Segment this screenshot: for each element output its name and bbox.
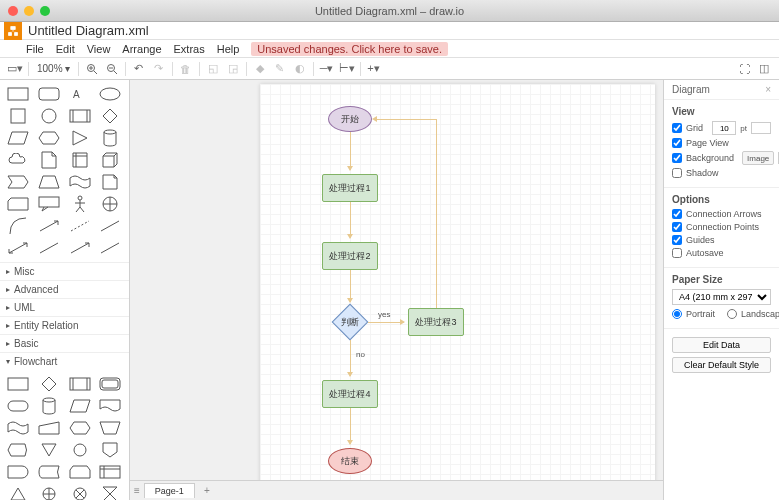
shape-curve[interactable] [4, 216, 32, 236]
shape-or[interactable] [96, 194, 124, 214]
category-misc[interactable]: Misc [0, 262, 129, 280]
clear-style-button[interactable]: Clear Default Style [672, 357, 771, 373]
panel-close-icon[interactable]: × [765, 84, 771, 95]
shape-diamond[interactable] [96, 106, 124, 126]
shape-trapezoid[interactable] [35, 172, 63, 192]
document-title[interactable]: Untitled Diagram.xml [28, 23, 149, 38]
shape-line-thin[interactable] [96, 216, 124, 236]
fc-manual-input[interactable] [35, 418, 63, 438]
shape-text[interactable]: A [66, 84, 94, 104]
edge-decision-p4[interactable] [350, 340, 351, 376]
node-p2[interactable]: 处理过程2 [322, 242, 378, 270]
waypoint-button[interactable]: ⊢▾ [338, 60, 356, 78]
to-front-button[interactable]: ◱ [204, 60, 222, 78]
fc-display[interactable] [4, 440, 32, 460]
fc-offpage[interactable] [96, 440, 124, 460]
fc-start[interactable] [96, 374, 124, 394]
fc-collate[interactable] [96, 484, 124, 500]
fc-decision[interactable] [35, 374, 63, 394]
menu-extras[interactable]: Extras [174, 43, 205, 55]
shape-rect[interactable] [4, 84, 32, 104]
shape-triangle[interactable] [66, 128, 94, 148]
line-color-button[interactable]: ✎ [271, 60, 289, 78]
menu-view[interactable]: View [87, 43, 111, 55]
fc-connector[interactable] [66, 440, 94, 460]
grid-color-swatch[interactable] [751, 122, 771, 134]
fc-extract[interactable] [4, 484, 32, 500]
shape-callout[interactable] [35, 194, 63, 214]
background-image-button[interactable]: Image [742, 151, 774, 165]
node-p4[interactable]: 处理过程4 [322, 380, 378, 408]
canvas[interactable]: 开始 处理过程1 处理过程2 判断 处理过程3 处理过程4 结束 yes no [130, 80, 663, 500]
shape-tape[interactable] [66, 172, 94, 192]
edge-start-p1[interactable] [350, 132, 351, 170]
fc-or[interactable] [35, 484, 63, 500]
category-entity[interactable]: Entity Relation [0, 316, 129, 334]
background-checkbox[interactable] [672, 153, 682, 163]
guides-checkbox[interactable] [672, 235, 682, 245]
fc-delay[interactable] [4, 462, 32, 482]
app-logo[interactable] [4, 22, 22, 40]
add-page-button[interactable]: + [199, 485, 215, 496]
fc-process[interactable] [4, 374, 32, 394]
insert-button[interactable]: +▾ [365, 60, 383, 78]
node-p1[interactable]: 处理过程1 [322, 174, 378, 202]
delete-button[interactable]: 🗑 [177, 60, 195, 78]
points-checkbox[interactable] [672, 222, 682, 232]
shape-document[interactable] [35, 150, 63, 170]
zoom-control[interactable]: 100%▾ [33, 63, 74, 74]
shape-process[interactable] [66, 106, 94, 126]
fc-loop-limit[interactable] [66, 462, 94, 482]
autosave-checkbox[interactable] [672, 248, 682, 258]
fc-subprocess[interactable] [66, 374, 94, 394]
node-end[interactable]: 结束 [328, 448, 372, 474]
shape-cylinder[interactable] [96, 128, 124, 148]
pageview-checkbox[interactable] [672, 138, 682, 148]
grid-size-input[interactable] [712, 121, 736, 135]
node-decision[interactable]: 判断 [332, 304, 368, 340]
shape-line-plain[interactable] [96, 238, 124, 258]
paper[interactable]: 开始 处理过程1 处理过程2 判断 处理过程3 处理过程4 结束 yes no [260, 84, 655, 494]
edge-p3-loop-v[interactable] [436, 119, 437, 308]
format-panel-button[interactable]: ◫ [755, 60, 773, 78]
shape-rounded-rect[interactable] [35, 84, 63, 104]
fc-merge[interactable] [35, 440, 63, 460]
shape-hexagon[interactable] [35, 128, 63, 148]
fc-internal[interactable] [96, 462, 124, 482]
shape-actor[interactable] [66, 194, 94, 214]
menu-file[interactable]: File [26, 43, 44, 55]
menu-help[interactable]: Help [217, 43, 240, 55]
shape-circle[interactable] [35, 106, 63, 126]
category-advanced[interactable]: Advanced [0, 280, 129, 298]
category-basic[interactable]: Basic [0, 334, 129, 352]
shape-internal-storage[interactable] [66, 150, 94, 170]
page-tab-1[interactable]: Page-1 [144, 483, 195, 498]
landscape-radio[interactable] [727, 309, 737, 319]
fc-database[interactable] [35, 396, 63, 416]
shape-line-dashed[interactable] [66, 216, 94, 236]
paper-size-select[interactable]: A4 (210 mm x 297 mm) [672, 289, 771, 305]
edge-p2-decision[interactable] [350, 270, 351, 302]
edge-decision-p3[interactable] [368, 322, 404, 323]
category-flowchart[interactable]: Flowchart [0, 352, 129, 370]
fc-preparation[interactable] [66, 418, 94, 438]
undo-button[interactable]: ↶ [130, 60, 148, 78]
connection-button[interactable]: ─▾ [318, 60, 336, 78]
unsaved-warning[interactable]: Unsaved changes. Click here to save. [251, 42, 448, 56]
shape-parallelogram[interactable] [4, 128, 32, 148]
zoom-out-button[interactable] [103, 60, 121, 78]
fc-manual-op[interactable] [96, 418, 124, 438]
shape-card[interactable] [4, 194, 32, 214]
shape-cube[interactable] [96, 150, 124, 170]
edge-p4-end[interactable] [350, 408, 351, 444]
shape-note[interactable] [96, 172, 124, 192]
node-start[interactable]: 开始 [328, 106, 372, 132]
edit-data-button[interactable]: Edit Data [672, 337, 771, 353]
fc-stored-data[interactable] [35, 462, 63, 482]
node-p3[interactable]: 处理过程3 [408, 308, 464, 336]
fc-document[interactable] [96, 396, 124, 416]
shadow-checkbox[interactable] [672, 168, 682, 178]
fc-tape[interactable] [4, 418, 32, 438]
redo-button[interactable]: ↷ [150, 60, 168, 78]
grid-checkbox[interactable] [672, 123, 682, 133]
